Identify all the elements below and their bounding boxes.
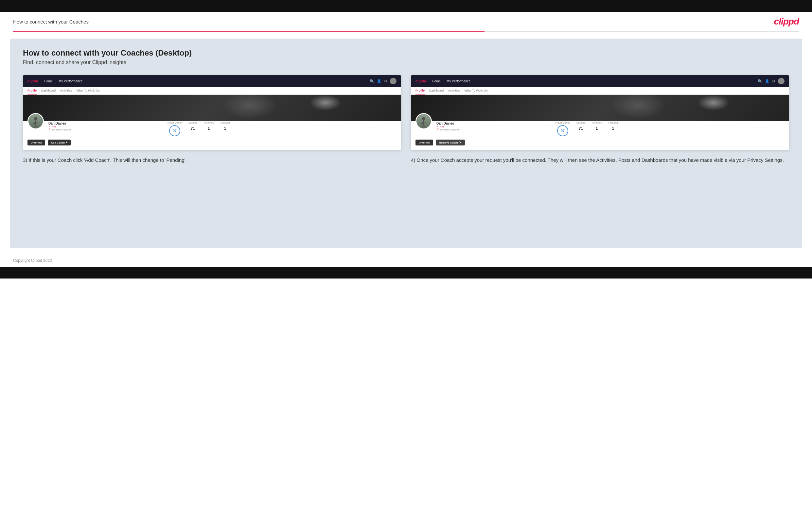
left-nav-icons: 🔍 👤 ⚙ [370,78,397,84]
left-column: clippd Home My Performance 🔍 👤 ⚙ Profile… [23,75,401,164]
right-banner [411,95,789,121]
left-golfer-icon [31,117,41,128]
right-banner-overlay [411,95,789,121]
right-mock-browser: clippd Home My Performance 🔍 👤 ⚙ Profile… [411,75,789,150]
svg-point-6 [422,117,425,120]
right-tabs: Profile Dashboard Activities What To Wor… [411,87,789,95]
left-stat-quality-label: Player Quality [167,122,182,124]
left-settings-icon[interactable]: ⚙ [384,79,387,83]
right-nav: clippd Home My Performance 🔍 👤 ⚙ [411,75,789,87]
right-stat-following: Following 1 [608,122,618,136]
left-stat-followers-label: Followers [204,122,214,124]
left-stat-quality-value: 97 [169,125,180,136]
left-banner-overlay [23,95,401,121]
left-tab-dashboard[interactable]: Dashboard [41,89,56,95]
right-profile-info: Dan Davies ✓ Pro 📍 United Kingdom [437,122,551,131]
left-profile-role: ✓ Pro [48,125,163,128]
right-nav-home[interactable]: Home [432,79,441,83]
left-stat-activities-value: 71 [191,126,195,131]
left-search-icon[interactable]: 🔍 [370,79,374,83]
right-stat-activities: Activities 71 [576,122,586,136]
right-stat-quality-value: 97 [557,125,568,136]
left-profile-avatar [28,113,44,129]
right-user-icon[interactable]: 👤 [765,79,769,83]
right-stat-followers: Followers 1 [592,122,602,136]
right-tab-what-to-work-on[interactable]: What To Work On [465,89,488,95]
left-stat-quality: Player Quality 97 [167,122,182,136]
left-add-coach-button[interactable]: Add Coach + [48,139,71,146]
right-stat-activities-value: 71 [579,126,583,131]
left-unfollow-button[interactable]: Unfollow [28,139,45,146]
right-nav-my-performance[interactable]: My Performance [447,79,470,83]
svg-line-3 [34,125,36,128]
left-tab-profile[interactable]: Profile [28,89,37,95]
left-stat-activities-label: Activities [189,122,198,124]
left-nav-my-performance[interactable]: My Performance [59,79,83,83]
right-profile-avatar [415,113,432,129]
right-profile-location: 📍 United Kingdom [437,128,551,131]
right-stat-quality: Player Quality 97 [556,122,570,136]
left-banner [23,95,401,121]
left-stat-following-value: 1 [224,126,226,131]
right-profile-role: ✓ Pro [437,125,551,128]
left-tab-activities[interactable]: Activities [60,89,72,95]
right-tab-dashboard[interactable]: Dashboard [429,89,444,95]
right-profile-buttons: Unfollow Remove Coach ✕ [415,139,784,146]
header-title: How to connect with your Coaches [13,19,89,24]
columns: clippd Home My Performance 🔍 👤 ⚙ Profile… [23,75,789,164]
left-profile-name: Dan Davies [48,122,163,125]
main-content: How to connect with your Coaches (Deskto… [10,39,802,248]
left-stat-followers-value: 1 [208,126,210,131]
main-subtitle: Find, connect and share your Clippd insi… [23,59,789,65]
left-avatar-icon[interactable] [390,78,397,84]
right-avatar-inner [416,114,431,128]
left-user-icon[interactable]: 👤 [377,79,382,83]
left-stat-activities: Activities 71 [189,122,198,136]
top-bar [0,0,812,12]
left-nav: clippd Home My Performance 🔍 👤 ⚙ [23,75,401,87]
right-stat-quality-label: Player Quality [556,122,570,124]
footer: Copyright Clippd 2022 [0,254,812,267]
right-settings-icon[interactable]: ⚙ [772,79,775,83]
left-tabs: Profile Dashboard Activities What To Wor… [23,87,401,95]
right-profile-stats: Player Quality 97 Activities 71 Follower… [556,122,784,136]
left-nav-logo: clippd [28,79,38,83]
left-nav-home[interactable]: Home [44,79,53,83]
right-nav-icons: 🔍 👤 ⚙ [758,78,784,84]
header: How to connect with your Coaches clippd [0,12,812,32]
header-divider [13,32,799,32]
svg-point-0 [34,117,37,120]
right-remove-icon: ✕ [459,141,462,144]
left-step-text: 3) If this is your Coach click 'Add Coac… [23,157,401,164]
left-add-icon: + [66,141,67,144]
right-column: clippd Home My Performance 🔍 👤 ⚙ Profile… [411,75,789,164]
right-stat-activities-label: Activities [576,122,586,124]
right-search-icon[interactable]: 🔍 [758,79,762,83]
right-stat-followers-label: Followers [592,122,602,124]
left-stat-following-label: Following [220,122,230,124]
right-stat-following-value: 1 [612,126,614,131]
left-stat-followers: Followers 1 [204,122,214,136]
right-tab-profile[interactable]: Profile [415,89,425,95]
main-title: How to connect with your Coaches (Deskto… [23,48,789,58]
bottom-bar [0,267,812,279]
right-golfer-icon [419,117,428,128]
left-profile-location: 📍 United Kingdom [48,128,163,131]
left-tab-what-to-work-on[interactable]: What To Work On [77,89,100,95]
right-stat-followers-value: 1 [596,126,598,131]
logo: clippd [774,16,799,27]
right-unfollow-button[interactable]: Unfollow [415,139,433,146]
left-avatar-inner [29,114,43,128]
left-stat-following: Following 1 [220,122,230,136]
left-mock-browser: clippd Home My Performance 🔍 👤 ⚙ Profile… [23,75,401,150]
right-tab-activities[interactable]: Activities [448,89,460,95]
right-profile-name: Dan Davies [437,122,551,125]
right-nav-logo: clippd [415,79,426,83]
right-step-text: 4) Once your Coach accepts your request … [411,157,789,164]
right-avatar-icon[interactable] [778,78,784,84]
right-remove-coach-button[interactable]: Remove Coach ✕ [436,139,465,146]
right-stat-following-label: Following [608,122,618,124]
svg-line-9 [422,125,424,128]
svg-line-10 [424,125,426,128]
svg-line-4 [36,125,38,128]
